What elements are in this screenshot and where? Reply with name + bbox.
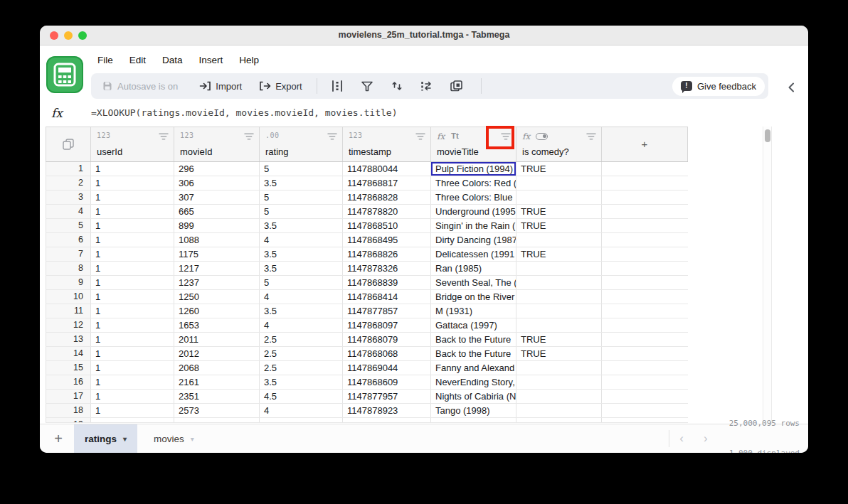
cell-timestamp[interactable]: 1147877857 xyxy=(343,304,431,318)
import-button[interactable]: Import xyxy=(199,80,242,92)
next-page-button[interactable]: › xyxy=(694,431,718,446)
row-number[interactable]: 14 xyxy=(46,347,91,360)
row-number[interactable]: 17 xyxy=(46,390,91,403)
column-header-userId[interactable]: 123 userId xyxy=(91,127,174,161)
cell-movieId[interactable]: 1237 xyxy=(174,276,260,289)
cell-movieId[interactable]: 306 xyxy=(174,176,260,190)
cell-isComedy[interactable] xyxy=(516,233,602,247)
cell-movieId[interactable]: 1260 xyxy=(174,304,260,318)
cell-isComedy[interactable] xyxy=(516,404,602,417)
cell-rating[interactable]: 3.5 xyxy=(260,176,343,190)
cell-userId[interactable]: 1 xyxy=(91,304,174,318)
cell-userId[interactable]: 1 xyxy=(91,361,174,375)
cell-movieTitle[interactable]: Dirty Dancing (1987 xyxy=(431,233,516,247)
row-number[interactable]: 15 xyxy=(46,361,91,375)
tab-movies[interactable]: movies ▾ xyxy=(143,424,205,454)
cell-isComedy[interactable] xyxy=(516,375,602,389)
cell-movieTitle[interactable]: Three Colors: Red ( xyxy=(431,176,516,190)
row-number[interactable]: 18 xyxy=(46,404,91,417)
row-number[interactable]: 3 xyxy=(46,191,91,204)
cell-isComedy[interactable] xyxy=(516,318,602,332)
cell-isComedy[interactable] xyxy=(516,262,602,275)
cell-movieTitle[interactable]: Nights of Cabiria (N xyxy=(431,390,516,403)
cell-movieId[interactable]: 899 xyxy=(174,219,260,232)
cell-isComedy[interactable]: TRUE xyxy=(516,333,602,346)
cell-movieTitle[interactable]: Back to the Future xyxy=(431,333,516,346)
cell-rating[interactable]: 5 xyxy=(260,191,343,204)
column-filter-icon[interactable] xyxy=(244,132,254,141)
cell-userId[interactable]: 1 xyxy=(91,162,174,176)
cell-movieTitle[interactable]: Three Colors: Blue xyxy=(431,191,516,204)
row-number[interactable]: 9 xyxy=(46,276,91,289)
cell-movieId[interactable]: 2573 xyxy=(174,404,260,417)
cell-isComedy[interactable]: TRUE xyxy=(516,162,602,176)
cell-movieTitle[interactable]: Pulp Fiction (1994) xyxy=(431,162,516,176)
cell-userId[interactable]: 1 xyxy=(91,191,174,204)
row-number[interactable]: 11 xyxy=(46,304,91,318)
cell-rating[interactable]: 4 xyxy=(260,318,343,332)
column-filter-icon[interactable] xyxy=(415,132,425,141)
scrollbar-thumb[interactable] xyxy=(765,129,770,142)
cell-timestamp[interactable]: 1147878923 xyxy=(343,404,431,417)
cell-timestamp[interactable]: 1147868828 xyxy=(343,191,431,204)
row-number[interactable]: 10 xyxy=(46,290,91,304)
cell-isComedy[interactable] xyxy=(516,390,602,403)
cell-timestamp[interactable]: 1147877957 xyxy=(343,390,431,403)
add-column-button[interactable]: + xyxy=(602,127,688,161)
cell-timestamp[interactable]: 1147868817 xyxy=(343,176,431,190)
cell-userId[interactable]: 1 xyxy=(91,333,174,346)
row-number[interactable]: 2 xyxy=(46,176,91,190)
cell-timestamp[interactable]: 1147868510 xyxy=(343,219,431,232)
cell-movieTitle[interactable]: Gattaca (1997) xyxy=(431,318,516,332)
cell-movieId[interactable]: 296 xyxy=(174,162,260,176)
column-filter-icon[interactable] xyxy=(159,132,169,141)
column-stats-button[interactable] xyxy=(327,76,347,96)
cell-userId[interactable]: 1 xyxy=(91,318,174,332)
cell-movieId[interactable]: 1217 xyxy=(174,262,260,275)
cell-userId[interactable]: 1 xyxy=(91,404,174,417)
cell-movieTitle[interactable]: Fanny and Alexand xyxy=(431,361,516,375)
row-number[interactable]: 16 xyxy=(46,375,91,389)
select-all-corner-cell[interactable] xyxy=(46,127,91,161)
cell-rating[interactable]: 4.5 xyxy=(260,390,343,403)
column-filter-icon[interactable] xyxy=(327,132,337,141)
vertical-scrollbar[interactable] xyxy=(763,127,772,424)
row-number[interactable]: 1 xyxy=(46,162,91,176)
cell-movieId[interactable]: 2161 xyxy=(174,375,260,389)
fullscreen-window-button[interactable] xyxy=(78,31,87,40)
export-button[interactable]: Export xyxy=(259,80,302,92)
cell-movieId[interactable]: 1250 xyxy=(174,290,260,304)
column-header-movieTitle[interactable]: fx Tt movieTitle xyxy=(431,127,516,161)
row-number[interactable]: 4 xyxy=(46,205,91,218)
cell-rating[interactable]: 3.5 xyxy=(260,247,343,261)
window-titlebar[interactable]: movielens_25m_tutorial.tmga - Tabmega xyxy=(40,26,808,45)
cell-movieTitle[interactable]: Singin' in the Rain ( xyxy=(431,219,516,232)
formula-input[interactable]: =XLOOKUP(ratings.movieId, movies.movieId… xyxy=(91,107,397,118)
cell-movieTitle[interactable]: Back to the Future xyxy=(431,347,516,360)
menu-data[interactable]: Data xyxy=(162,55,183,65)
cell-isComedy[interactable]: TRUE xyxy=(516,247,602,261)
cell-isComedy[interactable] xyxy=(516,176,602,190)
cell-movieId[interactable]: 307 xyxy=(174,191,260,204)
cell-isComedy[interactable]: TRUE xyxy=(516,347,602,360)
cell-movieId[interactable]: 2012 xyxy=(174,347,260,360)
pivot-button[interactable] xyxy=(417,76,437,96)
cell-rating[interactable]: 5 xyxy=(260,162,343,176)
cell-userId[interactable]: 1 xyxy=(91,176,174,190)
cell-movieId[interactable]: 2068 xyxy=(174,361,260,375)
cell-timestamp[interactable]: 1147878820 xyxy=(343,205,431,218)
cell-isComedy[interactable]: TRUE xyxy=(516,219,602,232)
row-number[interactable]: 8 xyxy=(46,262,91,275)
join-tables-button[interactable] xyxy=(447,76,467,96)
cell-userId[interactable]: 1 xyxy=(91,262,174,275)
menu-insert[interactable]: Insert xyxy=(199,55,223,65)
cell-timestamp[interactable]: 1147868414 xyxy=(343,290,431,304)
tab-ratings[interactable]: ratings ▾ xyxy=(74,424,137,454)
cell-timestamp[interactable]: 1147868068 xyxy=(343,347,431,360)
cell-userId[interactable]: 1 xyxy=(91,233,174,247)
cell-movieId[interactable]: 1088 xyxy=(174,233,260,247)
menu-file[interactable]: File xyxy=(97,55,113,65)
cell-rating[interactable]: 4 xyxy=(260,404,343,417)
cell-isComedy[interactable] xyxy=(516,191,602,204)
prev-page-button[interactable]: ‹ xyxy=(669,431,694,446)
